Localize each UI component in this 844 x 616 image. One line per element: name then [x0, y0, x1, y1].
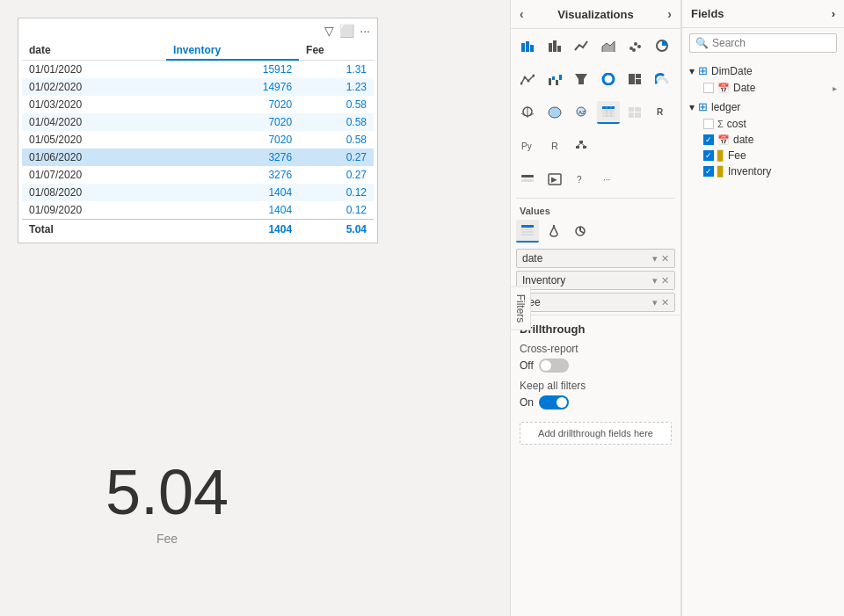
svg-point-12	[524, 76, 527, 79]
viz-card-icon[interactable]: ▶	[543, 168, 566, 191]
svg-rect-17	[556, 80, 558, 85]
svg-rect-44	[576, 146, 579, 149]
svg-point-7	[634, 42, 637, 46]
cross-report-item: Cross-report Off	[520, 343, 672, 373]
viz-field-row[interactable]: Inventory ▾ ✕	[516, 271, 675, 290]
keep-filters-item: Keep all filters On	[520, 380, 672, 409]
svg-text:?: ?	[577, 175, 582, 185]
viz-field-close[interactable]: ✕	[661, 253, 669, 265]
field-group-header[interactable]: ▾ ⊞ ledger	[682, 98, 844, 116]
svg-rect-23	[636, 74, 641, 78]
viz-bar-chart-icon[interactable]	[543, 34, 566, 57]
keep-filters-state: On	[520, 396, 534, 409]
fields-panel: Fields › 🔍 ▾ ⊞ DimDate 📅 Date ▸ ▾ ⊞ ledg…	[681, 0, 844, 616]
cross-report-toggle[interactable]	[539, 359, 569, 373]
viz-scatter-icon[interactable]	[623, 34, 646, 57]
field-item[interactable]: ✓ ▊ Inventory	[682, 163, 844, 179]
field-item[interactable]: 📅 Date ▸	[682, 80, 844, 96]
viz-field-chevron[interactable]: ▾	[652, 275, 658, 286]
viz-stacked-bar-icon[interactable]	[516, 34, 539, 57]
field-item[interactable]: ✓ ▊ Fee	[682, 148, 844, 163]
viz-gauge-icon[interactable]	[651, 68, 673, 91]
field-item[interactable]: ✓ 📅 date	[682, 132, 844, 148]
viz-field-row[interactable]: Fee ▾ ✕	[516, 293, 675, 312]
svg-point-13	[528, 80, 530, 83]
col-inventory: Inventory	[166, 41, 299, 60]
cell-fee: 0.58	[299, 96, 374, 113]
field-checkbox[interactable]: ✓	[703, 166, 714, 177]
viz-field-close[interactable]: ✕	[661, 297, 669, 308]
viz-slicer-icon[interactable]	[516, 168, 539, 191]
viz-values-paint-icon[interactable]	[542, 220, 565, 243]
field-checkbox[interactable]	[703, 83, 714, 93]
svg-rect-55	[521, 228, 534, 230]
cell-fee: 0.12	[299, 201, 374, 220]
add-drillthrough-button[interactable]: Add drillthrough fields here	[520, 422, 672, 445]
viz-field-name: date	[522, 252, 542, 265]
field-item-name: Fee	[728, 149, 746, 162]
col-fee: Fee	[299, 41, 374, 60]
viz-line2-icon[interactable]	[516, 68, 539, 91]
viz-r-icon[interactable]: R	[543, 134, 566, 157]
viz-map-icon[interactable]	[516, 101, 539, 124]
viz-funnel-icon[interactable]	[570, 68, 593, 91]
field-type-calendar-icon: 📅	[717, 83, 730, 94]
frame-icon[interactable]: ⬜	[339, 24, 354, 38]
field-group-header[interactable]: ▾ ⊞ DimDate	[682, 62, 844, 80]
viz-field-chevron[interactable]: ▾	[652, 253, 658, 265]
field-type-bar-icon: ▊	[717, 166, 724, 178]
viz-right-arrow[interactable]: ›	[667, 7, 672, 21]
viz-custom-icon[interactable]: ···	[597, 168, 620, 191]
cell-fee: 0.58	[299, 131, 374, 149]
viz-field-chevron[interactable]: ▾	[652, 297, 658, 308]
viz-values-analytics-icon[interactable]	[569, 220, 592, 243]
viz-field-close[interactable]: ✕	[661, 275, 669, 286]
field-checkbox[interactable]: ✓	[703, 134, 714, 145]
filter-icon[interactable]: ▽	[324, 24, 334, 38]
viz-icons-row1	[511, 29, 680, 62]
viz-area-chart-icon[interactable]	[597, 34, 620, 57]
visualizations-panel: ‹ Visualizations ›	[510, 0, 681, 616]
svg-text:R: R	[657, 107, 664, 117]
viz-kpi-icon[interactable]: R	[651, 101, 673, 124]
viz-values-grid-icon[interactable]	[516, 220, 539, 243]
cell-date: 01/08/2020	[22, 184, 166, 201]
viz-pie-icon[interactable]	[651, 34, 673, 57]
filters-tab[interactable]: Filters	[510, 286, 531, 330]
field-item[interactable]: Σ cost	[682, 116, 844, 132]
svg-rect-16	[552, 76, 555, 80]
viz-line-chart-icon[interactable]	[570, 34, 593, 57]
viz-decomp-icon[interactable]	[570, 134, 593, 157]
field-checkbox[interactable]: ✓	[703, 150, 714, 161]
total-fee: 5.04	[299, 220, 374, 240]
field-checkbox[interactable]	[703, 119, 714, 129]
viz-left-arrow[interactable]: ‹	[520, 7, 524, 21]
keep-filters-toggle[interactable]	[539, 395, 569, 409]
viz-matrix-icon[interactable]	[623, 101, 646, 124]
viz-qna-icon[interactable]: ?	[570, 168, 593, 191]
svg-text:R: R	[551, 141, 558, 151]
svg-rect-39	[635, 112, 641, 118]
svg-rect-31	[602, 110, 615, 112]
mid-right-area: Filters ‹ Visualizations ›	[510, 0, 844, 616]
viz-filled-map-icon[interactable]	[543, 101, 566, 124]
cell-fee: 0.12	[299, 184, 374, 201]
viz-treemap-icon[interactable]	[623, 68, 646, 91]
viz-table-icon[interactable]	[597, 101, 620, 124]
field-item-name: date	[733, 134, 753, 146]
svg-rect-2	[530, 45, 534, 52]
viz-field-row[interactable]: date ▾ ✕	[516, 249, 675, 268]
viz-py-icon[interactable]: Py	[516, 134, 539, 157]
viz-waterfall-icon[interactable]	[543, 68, 566, 91]
cell-fee: 1.31	[299, 60, 374, 78]
viz-donut-icon[interactable]	[597, 68, 620, 91]
search-box[interactable]: 🔍	[689, 33, 837, 53]
search-input[interactable]	[712, 37, 831, 49]
more-options-icon[interactable]: ···	[360, 24, 370, 38]
svg-line-46	[578, 143, 581, 146]
viz-az-map-icon[interactable]: AZ	[570, 101, 593, 124]
cell-inventory: 7020	[166, 113, 299, 131]
field-expand-arrow[interactable]: ▸	[833, 83, 837, 93]
fields-arrow[interactable]: ›	[832, 7, 835, 20]
svg-rect-1	[526, 41, 529, 52]
